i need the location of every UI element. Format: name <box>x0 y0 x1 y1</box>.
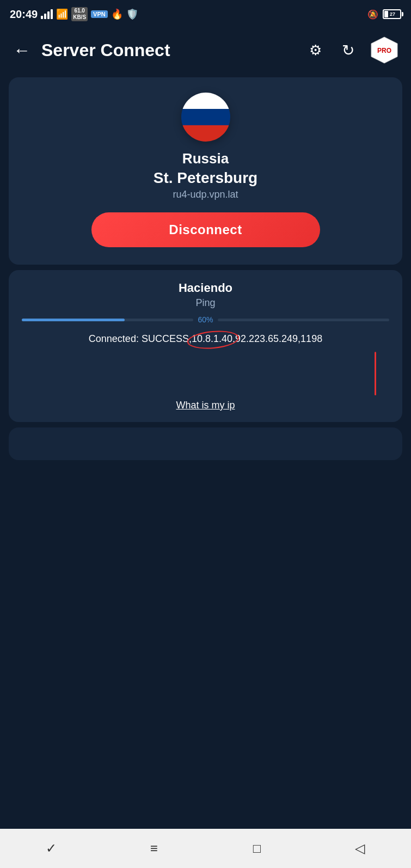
flag-blue-stripe <box>181 109 230 125</box>
ip-address-highlight: 10.8.1.40 <box>192 333 232 344</box>
battery-icon: 27 <box>383 9 401 19</box>
time-label: 20:49 <box>10 8 38 21</box>
progress-bar-container: 60% <box>22 315 389 324</box>
progress-bar-background <box>22 319 193 321</box>
shield-icon: 🛡️ <box>126 8 138 20</box>
flag-red-stripe <box>181 125 230 142</box>
nav-menu-button[interactable]: ≡ <box>103 829 206 868</box>
nav-home-button[interactable]: □ <box>206 829 309 868</box>
pro-button[interactable]: PRO <box>369 38 400 62</box>
country-name: Russia <box>182 150 229 167</box>
signal-bars-icon <box>41 9 53 19</box>
status-bar: 20:49 📶 61.0KB/S VPN 🔥 🛡️ 🔕 27 <box>0 0 411 28</box>
page-title: Server Connect <box>41 40 295 60</box>
back-button[interactable]: ← <box>11 39 33 61</box>
ping-label: Ping <box>22 297 389 309</box>
server-host: ru4-udp.vpn.lat <box>173 189 238 200</box>
progress-bar-right <box>218 319 389 321</box>
wifi-icon: 📶 <box>56 8 68 20</box>
flag-white-stripe <box>181 93 230 109</box>
haciendo-label: Haciendo <box>22 281 389 295</box>
nav-back-button[interactable]: ◁ <box>308 829 411 868</box>
progress-bar-fill <box>22 319 125 321</box>
what-is-my-ip-link[interactable]: What is my ip <box>22 400 389 411</box>
battery-level: 27 <box>384 11 401 17</box>
status-right: 🔕 27 <box>367 9 401 20</box>
connection-prefix: Connected: SUCCESS, <box>89 333 192 344</box>
bottom-card <box>9 427 402 460</box>
connection-info: Connected: SUCCESS,10.8.1.40,92.223.65.2… <box>22 332 389 346</box>
vpn-badge: VPN <box>91 10 108 18</box>
disconnect-button[interactable]: Disconnect <box>91 212 320 247</box>
status-left: 20:49 📶 61.0KB/S VPN 🔥 🛡️ <box>10 7 138 21</box>
refresh-button[interactable]: ↻ <box>336 38 360 62</box>
mute-icon: 🔕 <box>367 9 378 20</box>
server-card: Russia St. Petersburg ru4-udp.vpn.lat Di… <box>9 77 402 265</box>
speed-badge: 61.0KB/S <box>71 7 88 21</box>
city-name: St. Petersburg <box>154 169 257 187</box>
red-vertical-line <box>375 352 376 395</box>
fire-icon: 🔥 <box>111 8 123 20</box>
red-line-container <box>22 352 389 395</box>
svg-text:PRO: PRO <box>377 47 391 54</box>
nav-bar: ✓ ≡ □ ◁ <box>0 829 411 868</box>
top-nav: ← Server Connect ⚙ ↻ PRO <box>0 28 411 72</box>
nav-check-button[interactable]: ✓ <box>0 829 103 868</box>
status-section: Haciendo Ping 60% Connected: SUCCESS,10.… <box>9 270 402 422</box>
connection-suffix: ,92.223.65.249,1198 <box>232 333 322 344</box>
country-flag <box>181 93 230 142</box>
settings-button[interactable]: ⚙ <box>303 38 327 62</box>
progress-percent-label: 60% <box>198 315 213 324</box>
pro-hex-icon: PRO <box>370 35 399 65</box>
